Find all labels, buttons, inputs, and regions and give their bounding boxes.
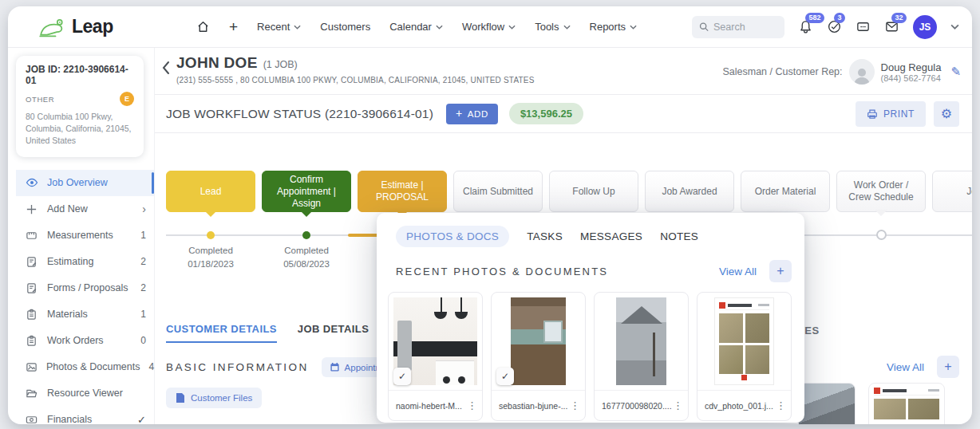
nav-label: Tools xyxy=(535,21,559,33)
search-icon xyxy=(699,22,709,32)
workflow-title: JOB WORKFLOW STATUS (2210-3906614-01) xyxy=(166,107,433,121)
popup-tab-notes[interactable]: NOTES xyxy=(660,230,698,242)
sidebar-item-add-new[interactable]: Add New › xyxy=(16,196,154,222)
background-photo-card[interactable] xyxy=(798,383,856,424)
sidebar-item-work-orders[interactable]: Work Orders 0 xyxy=(16,328,154,354)
app-window: Leap + Recent Customers Calendar Workflo… xyxy=(8,6,972,424)
chevron-down-icon xyxy=(630,25,637,30)
printer-icon xyxy=(867,108,878,120)
nav-item-customers[interactable]: Customers xyxy=(320,21,370,33)
customer-files-chip[interactable]: Customer Files xyxy=(166,388,262,408)
stage-order-material[interactable]: Order Material xyxy=(741,171,830,212)
stage-job-in-progress[interactable]: Job i xyxy=(932,171,972,212)
sidebar-item-label: Materials xyxy=(47,309,132,320)
selected-check-badge[interactable]: ✓ xyxy=(496,368,514,385)
kebab-menu-icon[interactable]: ⋮ xyxy=(673,399,683,411)
stage-estimate-proposal[interactable]: Estimate | PROPOSAL xyxy=(358,171,447,212)
main-content: JOHN DOE (1 JOB) (231) 555-5555 , 80 COL… xyxy=(155,48,972,424)
popup-view-all-link[interactable]: View All xyxy=(719,266,757,277)
notifications-bell-icon[interactable]: 582 xyxy=(798,19,813,34)
image-icon xyxy=(26,361,38,373)
stage-confirm-appointment[interactable]: Confirm Appointment | Assign xyxy=(262,171,351,212)
job-info-card[interactable]: JOB ID: 2210-3906614-01 OTHER E 80 Colum… xyxy=(16,56,144,157)
mail-icon[interactable]: 32 xyxy=(884,19,899,34)
brand-name: Leap xyxy=(72,16,113,37)
banknote-icon xyxy=(26,414,38,424)
nav-item-tools[interactable]: Tools xyxy=(535,21,570,33)
sidebar-item-photos-documents[interactable]: Photos & Documents 4 xyxy=(16,354,154,380)
sidebar-item-resource-viewer[interactable]: Resource Viewer xyxy=(16,380,154,407)
tab-customer-details[interactable]: CUSTOMER DETAILS xyxy=(166,323,277,343)
sidebar-item-count: 2 xyxy=(140,256,146,267)
navbar-right: 582 3 32 JS xyxy=(692,15,959,39)
sidebar-item-label: Financials xyxy=(47,414,128,424)
nav-item-workflow[interactable]: Workflow xyxy=(462,21,516,33)
stage-date: 01/18/2023 xyxy=(166,258,263,271)
sidebar-item-count: 1 xyxy=(140,309,146,320)
settings-gear-icon[interactable]: ⚙ xyxy=(934,101,959,127)
tasks-check-icon[interactable]: 3 xyxy=(827,19,842,34)
popup-add-button[interactable]: + xyxy=(769,260,792,282)
clipboard-icon xyxy=(26,309,38,321)
stage-follow-up[interactable]: Follow Up xyxy=(549,171,638,212)
print-button[interactable]: PRINT xyxy=(856,101,926,127)
sidebar-item-job-overview[interactable]: Job Overview xyxy=(16,170,154,196)
user-avatar[interactable]: JS xyxy=(913,15,937,39)
file-card[interactable]: ✓ sebastian-bjune-... ⋮ xyxy=(491,292,586,421)
popup-heading: RECENT PHOTOS & DOCUMENTS xyxy=(396,266,608,277)
search-input[interactable] xyxy=(713,22,777,33)
tasks-badge: 3 xyxy=(834,13,845,23)
stage-claim-submitted[interactable]: Claim Submitted xyxy=(453,171,543,212)
file-card[interactable]: 1677700098020.... ⋮ xyxy=(594,292,689,421)
add-button[interactable]: + ADD xyxy=(446,104,498,124)
sidebar-item-estimating[interactable]: Estimating 2 xyxy=(16,249,154,275)
nav-label: Workflow xyxy=(462,21,504,33)
popup-tab-photos-docs[interactable]: PHOTOS & DOCS xyxy=(396,226,509,247)
file-card[interactable]: ✓ naomi-hebert-M... ⋮ xyxy=(388,292,483,421)
nav-item-reports[interactable]: Reports xyxy=(590,21,638,33)
file-icon xyxy=(176,392,185,403)
back-button[interactable] xyxy=(161,61,170,75)
sidebar-item-count: 4 xyxy=(148,361,154,372)
bell-badge: 582 xyxy=(805,13,824,23)
popup-tab-tasks[interactable]: TASKS xyxy=(527,230,563,242)
add-plus-button[interactable]: + xyxy=(937,356,959,378)
stage-job-awarded[interactable]: Job Awarded xyxy=(645,171,734,212)
document-pencil-icon xyxy=(26,282,38,294)
eye-icon xyxy=(26,176,38,189)
search-box[interactable] xyxy=(692,16,784,38)
rep-name: Doug Regula xyxy=(881,61,942,73)
stage-label: Job Awarded xyxy=(662,186,717,198)
edit-pencil-icon[interactable]: ✎ xyxy=(950,65,961,79)
nav-item-recent[interactable]: Recent xyxy=(257,21,301,33)
photo-thumbnail xyxy=(799,384,855,424)
home-icon[interactable] xyxy=(196,20,210,33)
background-document-card[interactable] xyxy=(868,383,945,424)
customer-job-count: (1 JOB) xyxy=(263,59,298,70)
sidebar-item-forms-proposals[interactable]: Forms / Proposals 2 xyxy=(16,275,154,301)
selected-check-badge[interactable]: ✓ xyxy=(393,368,411,385)
rep-phone: (844) 562-7764 xyxy=(881,73,942,83)
tab-job-details[interactable]: JOB DETAILS xyxy=(298,323,369,343)
sidebar-item-financials[interactable]: Financials ✓ xyxy=(16,407,154,424)
file-card[interactable]: cdv_photo_001.j... ⋮ xyxy=(697,292,792,421)
sidebar-item-label: Forms / Proposals xyxy=(47,282,132,293)
stage-work-order-crew-schedule[interactable]: Work Order / Crew Schedule xyxy=(836,171,926,212)
chevron-down-icon[interactable] xyxy=(950,24,959,30)
kebab-menu-icon[interactable]: ⋮ xyxy=(776,399,786,411)
job-id: JOB ID: 2210-3906614-01 xyxy=(26,64,134,86)
sidebar-item-measurements[interactable]: Measurements 1 xyxy=(16,222,154,249)
add-icon[interactable]: + xyxy=(229,18,238,36)
view-all-link[interactable]: View All xyxy=(887,361,924,373)
chevron-down-icon xyxy=(508,25,516,30)
sidebar-item-materials[interactable]: Materials 1 xyxy=(16,301,154,328)
popup-tab-messages[interactable]: MESSAGES xyxy=(580,230,642,242)
mail-badge: 32 xyxy=(891,13,907,23)
sidebar-item-label: Job Overview xyxy=(47,177,146,188)
stage-lead[interactable]: Lead xyxy=(166,171,255,212)
messages-icon[interactable] xyxy=(856,19,871,34)
leap-logo[interactable]: Leap xyxy=(38,16,158,38)
kebab-menu-icon[interactable]: ⋮ xyxy=(570,399,580,411)
nav-item-calendar[interactable]: Calendar xyxy=(389,21,443,33)
kebab-menu-icon[interactable]: ⋮ xyxy=(467,399,477,411)
